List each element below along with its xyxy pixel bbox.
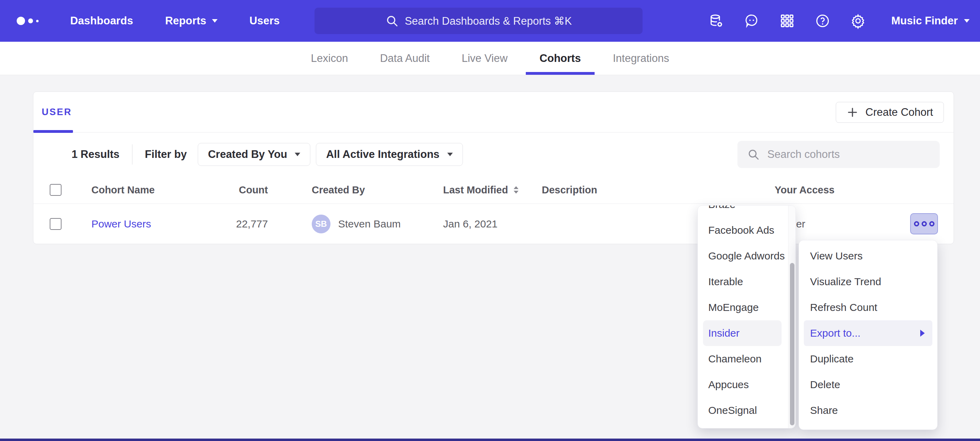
row-context-menu: View Users Visualize Trend Refresh Count…	[799, 240, 938, 430]
caret-down-icon	[964, 19, 970, 22]
sub-nav: Lexicon Data Audit Live View Cohorts Int…	[0, 42, 980, 75]
menu-item-delete[interactable]: Delete	[799, 372, 937, 398]
created-by-name: Steven Baum	[338, 218, 401, 230]
ellipsis-icon	[914, 221, 919, 227]
submenu-scrollbar-thumb[interactable]	[790, 263, 794, 425]
search-cohorts-input[interactable]: Search cohorts	[737, 141, 940, 168]
caret-down-icon	[447, 153, 453, 156]
search-cohorts-placeholder: Search cohorts	[767, 148, 840, 161]
menu-item-braze[interactable]: Braze	[698, 205, 795, 217]
global-search-input[interactable]: Search Dashboards & Reports ⌘K	[315, 8, 643, 34]
divider	[132, 144, 132, 165]
cohort-count: 22,777	[172, 218, 268, 230]
sort-icon	[514, 186, 519, 193]
menu-item-iterable[interactable]: Iterable	[698, 269, 795, 295]
col-description: Description	[542, 184, 597, 195]
row-checkbox[interactable]	[50, 218, 62, 230]
tab-cohorts[interactable]: Cohorts	[540, 42, 581, 75]
search-icon	[385, 14, 399, 27]
menu-item-view-users[interactable]: View Users	[799, 243, 937, 269]
menu-item-appcues[interactable]: Appcues	[698, 372, 795, 398]
integration-list: Braze Facebook Ads Google Adwords Iterab…	[698, 205, 795, 423]
cohort-type-tabs: USER Create Cohort	[33, 92, 954, 133]
menu-item-share[interactable]: Share	[799, 398, 937, 423]
row-actions-button[interactable]	[910, 213, 938, 235]
active-tab-underline	[33, 130, 73, 133]
menu-item-onesignal[interactable]: OneSignal	[698, 398, 795, 423]
global-search-placeholder: Search Dashboards & Reports ⌘K	[405, 14, 572, 27]
col-count: Count	[172, 184, 268, 195]
integrations-filter-dropdown[interactable]: All Active Integrations	[316, 143, 463, 166]
filter-bar: 1 Results Filter by Created By You All A…	[33, 133, 954, 176]
menu-item-insider[interactable]: Insider	[703, 320, 781, 346]
menu-item-export-to[interactable]: Export to...	[804, 320, 932, 346]
caret-down-icon	[212, 19, 218, 22]
last-modified-value: Jan 6, 2021	[443, 218, 498, 230]
avatar: SB	[312, 214, 331, 233]
help-icon[interactable]	[815, 13, 830, 29]
table-row: Power Users 22,777 SB Steven Baum Jan 6,…	[33, 204, 954, 244]
menu-item-moengage[interactable]: MoEngage	[698, 295, 795, 320]
create-cohort-button[interactable]: Create Cohort	[836, 102, 944, 123]
col-your-access: Your Access	[775, 184, 834, 195]
nav-item-users[interactable]: Users	[250, 14, 280, 27]
menu-item-facebook-ads[interactable]: Facebook Ads	[698, 217, 795, 243]
tab-data-audit[interactable]: Data Audit	[380, 42, 430, 75]
col-last-modified[interactable]: Last Modified	[443, 184, 519, 195]
apps-grid-icon[interactable]	[780, 13, 795, 29]
tab-lexicon[interactable]: Lexicon	[311, 42, 348, 75]
col-cohort-name: Cohort Name	[91, 184, 154, 195]
nav-item-dashboards[interactable]: Dashboards	[70, 14, 133, 27]
feedback-chat-icon[interactable]	[744, 13, 759, 29]
menu-item-chameleon[interactable]: Chameleon	[698, 346, 795, 372]
bottom-edge-strip	[0, 439, 980, 441]
top-nav-items: Dashboards Reports Users	[70, 14, 280, 27]
select-all-checkbox[interactable]	[50, 184, 62, 196]
export-to-submenu: Braze Facebook Ads Google Adwords Iterab…	[697, 205, 796, 428]
menu-item-visualize-trend[interactable]: Visualize Trend	[799, 269, 937, 295]
created-by-filter-dropdown[interactable]: Created By You	[198, 143, 310, 166]
nav-item-reports[interactable]: Reports	[165, 14, 218, 27]
project-name: Music Finder	[891, 14, 958, 27]
search-icon	[747, 148, 760, 161]
created-by-cell: SB Steven Baum	[312, 214, 401, 233]
caret-down-icon	[295, 153, 300, 156]
table-header: Cohort Name Count Created By Last Modifi…	[33, 176, 954, 204]
col-created-by: Created By	[312, 184, 365, 195]
top-nav: Dashboards Reports Users Search Dashboar…	[0, 0, 980, 42]
menu-item-refresh-count[interactable]: Refresh Count	[799, 295, 937, 320]
tab-integrations[interactable]: Integrations	[612, 42, 669, 75]
top-nav-right: Music Finder	[709, 13, 970, 29]
results-count: 1 Results	[72, 148, 119, 161]
mixpanel-logo-icon[interactable]	[17, 17, 49, 25]
submenu-scrollbar-track	[788, 206, 795, 428]
menu-item-google-adwords[interactable]: Google Adwords	[698, 243, 795, 269]
cohort-name-link[interactable]: Power Users	[91, 218, 151, 230]
cohorts-panel: USER Create Cohort 1 Results Filter by C…	[33, 91, 954, 244]
data-management-icon[interactable]	[709, 13, 724, 29]
tab-live-view[interactable]: Live View	[461, 42, 508, 75]
menu-item-duplicate[interactable]: Duplicate	[799, 346, 937, 372]
plus-icon	[846, 106, 858, 118]
submenu-arrow-icon	[920, 330, 925, 337]
settings-gear-icon[interactable]	[850, 13, 865, 29]
project-switcher[interactable]: Music Finder	[891, 14, 970, 27]
filter-by-label: Filter by	[145, 148, 187, 161]
tab-user-cohorts[interactable]: USER	[42, 107, 72, 118]
